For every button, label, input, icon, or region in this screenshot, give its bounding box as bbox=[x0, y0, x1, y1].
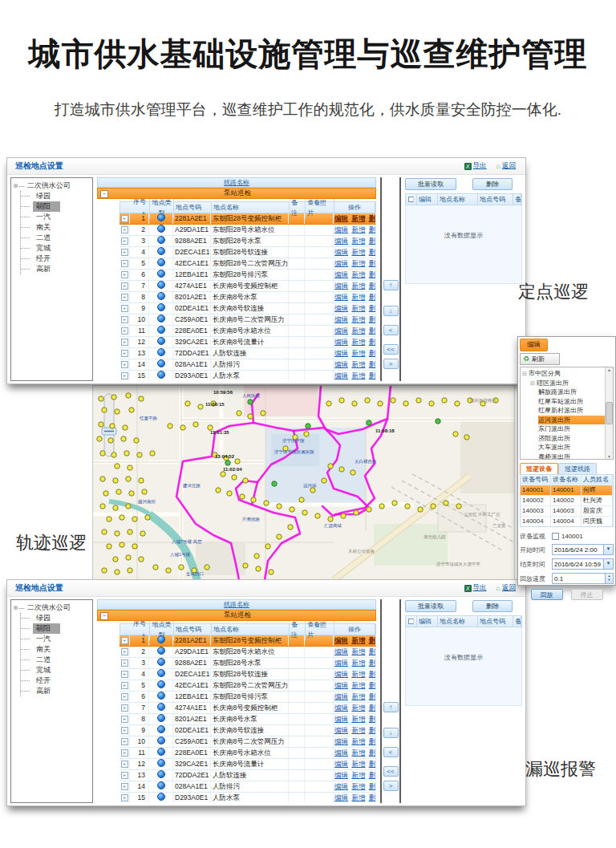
col-name[interactable]: 地点名称 bbox=[212, 624, 290, 635]
edit-link[interactable]: 编辑 bbox=[334, 647, 348, 655]
delete-link[interactable]: 删除 bbox=[369, 726, 376, 734]
scroll-up-icon[interactable]: ▲ bbox=[607, 367, 611, 372]
table-row[interactable]: + 4 D2ECA1E1 东朝阳28号软连接 编辑 新增 删 bbox=[120, 247, 376, 258]
table-row[interactable]: + 5 42ECA1E1 东朝阳28号二次管网压力 编辑 新增 bbox=[120, 680, 376, 692]
transfer-button[interactable]: << bbox=[383, 766, 399, 777]
end-time-input[interactable]: 2016/6/24 10:59 ▼ bbox=[552, 558, 614, 570]
transfer-button[interactable]: << bbox=[383, 344, 399, 355]
patrol-point-marker[interactable] bbox=[205, 565, 209, 570]
delete-link[interactable]: 删除 bbox=[369, 749, 376, 757]
tree-item[interactable]: 经开 bbox=[21, 676, 91, 686]
add-link[interactable]: 新增 bbox=[351, 771, 365, 779]
col-code[interactable]: 地点号码 bbox=[174, 624, 212, 635]
add-link[interactable]: 新增 bbox=[351, 293, 365, 301]
device-row[interactable]: 140001 140001 何晖 bbox=[521, 485, 613, 495]
tree-item[interactable]: 经开 bbox=[21, 254, 91, 264]
device-col-name[interactable]: 设备名称 bbox=[551, 475, 582, 485]
add-link[interactable]: 新增 bbox=[351, 782, 365, 790]
transfer-button[interactable]: > bbox=[383, 359, 399, 369]
delete-link[interactable]: 删除 bbox=[369, 771, 376, 779]
patrol-point-marker[interactable] bbox=[193, 422, 198, 427]
patrol-point-marker[interactable] bbox=[315, 513, 320, 518]
expand-row-icon[interactable]: + bbox=[121, 693, 128, 700]
delete-link[interactable]: 删除 bbox=[369, 282, 376, 290]
patrol-point-marker[interactable] bbox=[256, 566, 261, 571]
monitor-checkbox-wrap[interactable]: 140001 bbox=[552, 533, 583, 540]
tree-collapse-icon[interactable]: ⊕— bbox=[13, 182, 25, 189]
tree-root-node[interactable]: ⊕— 二次供水公司 bbox=[13, 181, 91, 191]
patrol-point-marker[interactable] bbox=[139, 396, 144, 401]
patrol-point-marker-active[interactable] bbox=[248, 400, 253, 404]
replay-button[interactable]: 回放 bbox=[531, 589, 563, 600]
edit-link[interactable]: 编辑 bbox=[334, 771, 348, 779]
route-name-column-link[interactable]: 线路名称 bbox=[224, 179, 249, 186]
patrol-point-marker[interactable] bbox=[128, 529, 132, 534]
tree-collapse-icon[interactable]: ⊕— bbox=[13, 604, 25, 611]
patrol-point-marker[interactable] bbox=[339, 398, 344, 403]
expand-row-icon[interactable]: + bbox=[121, 226, 128, 233]
station-tree-item[interactable]: 红星新村派出所 bbox=[538, 406, 605, 416]
table-row[interactable]: + 8 8201A2E1 长庆南8号水泵 编辑 新增 删除 bbox=[120, 714, 376, 725]
patrol-point-marker[interactable] bbox=[102, 529, 107, 534]
patrol-point-marker[interactable] bbox=[115, 570, 120, 574]
add-link[interactable]: 新增 bbox=[351, 715, 365, 723]
edit-link[interactable]: 编辑 bbox=[334, 692, 348, 700]
add-link[interactable]: 新增 bbox=[351, 636, 365, 644]
dropdown-icon[interactable]: ▼ bbox=[603, 559, 613, 569]
panel-col-name[interactable]: 地点名称 bbox=[438, 194, 478, 205]
table-row[interactable]: + 13 72DDA2E1 人防软连接 编辑 新增 删除 bbox=[120, 348, 376, 359]
table-row[interactable]: + 3 9288A2E1 东朝阳28号水泵 编辑 新增 删除 bbox=[120, 236, 376, 247]
patrol-point-marker[interactable] bbox=[453, 432, 458, 436]
tree-item[interactable]: 一汽 bbox=[21, 634, 91, 644]
patrol-point-marker[interactable] bbox=[367, 507, 371, 512]
table-row[interactable]: + 3 9288A2E1 东朝阳28号水泵 编辑 新增 删除 bbox=[120, 658, 376, 669]
col-name[interactable]: 地点名称 bbox=[212, 202, 290, 213]
panel-col-code[interactable]: 地点号码 bbox=[478, 616, 513, 627]
patrol-point-marker[interactable] bbox=[391, 398, 395, 403]
station-tree-item[interactable]: 解放路派出所 bbox=[538, 387, 605, 397]
expand-row-icon[interactable]: + bbox=[121, 738, 128, 745]
add-link[interactable]: 新增 bbox=[351, 647, 365, 655]
expand-row-icon[interactable]: + bbox=[121, 372, 128, 379]
spinner-icon[interactable]: ▲▼ bbox=[605, 574, 613, 583]
panel-col-code[interactable]: 地点号码 bbox=[478, 194, 513, 205]
delete-link[interactable]: 删除 bbox=[369, 293, 376, 301]
edit-link[interactable]: 编辑 bbox=[334, 360, 348, 368]
patrol-point-marker[interactable] bbox=[132, 517, 137, 521]
patrol-point-marker[interactable] bbox=[227, 491, 232, 496]
device-row[interactable]: 140004 140004 闫庆魏 bbox=[521, 516, 613, 526]
delete-button[interactable]: 删除 bbox=[472, 600, 513, 612]
add-link[interactable]: 新增 bbox=[351, 237, 365, 245]
export-link-wrap[interactable]: X导出 bbox=[464, 161, 487, 171]
edit-link[interactable]: 编辑 bbox=[334, 270, 348, 278]
station-tree-item[interactable]: 东门派出所 bbox=[538, 424, 605, 434]
expand-row-icon[interactable]: + bbox=[121, 659, 128, 667]
patrol-point-marker[interactable] bbox=[102, 568, 107, 573]
patrol-point-marker[interactable] bbox=[168, 424, 172, 428]
tree-item[interactable]: 高新 bbox=[21, 264, 91, 274]
patrol-point-marker[interactable] bbox=[416, 398, 421, 403]
table-row[interactable]: + 11 228EA0E1 长庆南8号水箱水位 编辑 新增 bbox=[120, 326, 376, 337]
table-row[interactable]: + 1 2281A2E1 东朝阳28号变频控制柜 编辑 新增 bbox=[120, 213, 376, 225]
tree-scrollbar[interactable]: ▲ ▼ bbox=[605, 367, 613, 459]
edit-link[interactable]: 编辑 bbox=[334, 782, 348, 790]
add-link[interactable]: 新增 bbox=[351, 282, 365, 290]
add-link[interactable]: 新增 bbox=[351, 315, 365, 323]
add-link[interactable]: 新增 bbox=[351, 270, 365, 278]
station-tree-item[interactable]: 济阳派出所 bbox=[538, 434, 605, 444]
add-link[interactable]: 新增 bbox=[351, 349, 365, 357]
add-link[interactable]: 新增 bbox=[351, 692, 365, 700]
table-row[interactable]: + 15 D293A0E1 人防水泵 编辑 新增 删除 bbox=[120, 371, 376, 381]
patrol-point-marker[interactable] bbox=[237, 411, 241, 416]
edit-link[interactable]: 编辑 bbox=[334, 670, 348, 678]
patrol-point-marker[interactable] bbox=[142, 489, 147, 494]
delete-link[interactable]: 删除 bbox=[369, 371, 376, 379]
add-link[interactable]: 新增 bbox=[351, 737, 365, 745]
transfer-button[interactable]: > bbox=[383, 781, 399, 791]
expand-row-icon[interactable]: + bbox=[121, 282, 128, 290]
patrol-point-marker[interactable] bbox=[456, 504, 461, 509]
patrol-point-marker[interactable] bbox=[128, 568, 132, 573]
table-row[interactable]: + 6 12EBA1E1 东朝阳28号排污泵 编辑 新增 删 bbox=[120, 270, 376, 281]
start-time-input[interactable]: 2016/6/24 2:00 ▼ bbox=[552, 544, 614, 555]
patrol-point-marker[interactable] bbox=[198, 404, 203, 409]
